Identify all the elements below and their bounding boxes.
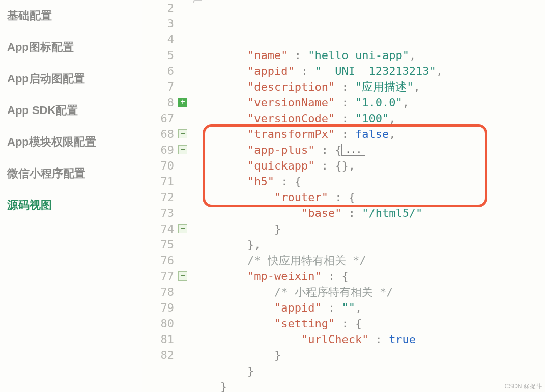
json-key: "appid" bbox=[247, 65, 295, 77]
code-area[interactable]: "name" : "hello uni-app", "appid" : "__U… bbox=[193, 0, 545, 392]
line-number: 5 bbox=[142, 47, 174, 63]
brace: { bbox=[355, 317, 362, 330]
brace: { bbox=[341, 270, 348, 283]
code-line-7[interactable]: "transformPx" : false, bbox=[193, 126, 545, 142]
fold-ellipsis[interactable]: ... bbox=[341, 144, 365, 156]
code-line-68[interactable]: "h5" : { bbox=[193, 174, 545, 189]
brace: } bbox=[220, 380, 227, 392]
json-string: "" bbox=[341, 301, 355, 314]
line-number: 78 bbox=[142, 284, 174, 300]
code-line-3[interactable]: "appid" : "__UNI__123213213", bbox=[193, 63, 545, 79]
json-key: "setting" bbox=[274, 317, 335, 330]
json-boolean: false bbox=[355, 128, 389, 141]
line-number: 3 bbox=[142, 16, 174, 32]
fold-column[interactable]: +−−−− bbox=[178, 0, 193, 392]
fold-collapse-icon[interactable]: − bbox=[178, 129, 187, 138]
watermark: CSDN @捉斗 bbox=[504, 382, 542, 391]
line-number: 72 bbox=[142, 189, 174, 205]
line-number: 82 bbox=[142, 347, 174, 363]
code-line-75[interactable]: /* 小程序特有相关 */ bbox=[193, 284, 545, 300]
json-key: "quickapp" bbox=[247, 159, 314, 172]
line-number: 75 bbox=[142, 237, 174, 253]
line-number: 70 bbox=[142, 158, 174, 174]
code-line-5[interactable]: "versionName" : "1.0.0", bbox=[193, 95, 545, 110]
code-line-80[interactable]: } bbox=[193, 363, 545, 379]
code-line-78[interactable]: "urlCheck" : true bbox=[193, 331, 545, 347]
sidebar-item-5[interactable]: 微信小程序配置 bbox=[6, 158, 136, 189]
sidebar-item-4[interactable]: App模块权限配置 bbox=[6, 126, 136, 158]
code-line-69[interactable]: "router" : { bbox=[193, 189, 545, 205]
brace: {} bbox=[335, 159, 349, 172]
code-line-73[interactable]: /* 快应用特有相关 */ bbox=[193, 253, 545, 268]
json-key: "base" bbox=[301, 207, 341, 219]
gutter: 234567867686970717273747576777879808182 bbox=[142, 0, 178, 392]
code-line-2[interactable]: "name" : "hello uni-app", bbox=[193, 47, 545, 63]
fold-expand-icon[interactable]: + bbox=[178, 98, 187, 107]
comment: /* 小程序特有相关 */ bbox=[274, 286, 393, 298]
sidebar-item-1[interactable]: App图标配置 bbox=[6, 32, 136, 63]
sidebar-item-2[interactable]: App启动图配置 bbox=[6, 63, 136, 95]
fold-collapse-icon[interactable]: − bbox=[178, 224, 187, 233]
sidebar-item-0[interactable]: 基础配置 bbox=[6, 0, 136, 32]
json-string: "1.0.0" bbox=[355, 96, 403, 109]
json-string: "应用描述" bbox=[355, 80, 414, 93]
json-key: "h5" bbox=[247, 175, 274, 188]
fold-collapse-icon[interactable]: − bbox=[178, 271, 187, 281]
code-line-71[interactable]: } bbox=[193, 221, 545, 237]
json-key: "appid" bbox=[274, 301, 322, 314]
line-number: 8 bbox=[142, 95, 174, 110]
json-boolean: true bbox=[389, 333, 416, 346]
code-line-77[interactable]: "setting" : { bbox=[193, 316, 545, 331]
json-string: "__UNI__123213213" bbox=[314, 65, 436, 77]
json-key: "description" bbox=[247, 80, 335, 93]
line-number: 77 bbox=[142, 268, 174, 284]
code-line-79[interactable]: } bbox=[193, 347, 545, 363]
json-key: "name" bbox=[247, 49, 288, 62]
json-key: "mp-weixin" bbox=[247, 270, 322, 283]
json-key: "urlCheck" bbox=[301, 333, 368, 346]
json-string: "100" bbox=[355, 112, 389, 125]
code-editor[interactable]: 234567867686970717273747576777879808182 … bbox=[142, 0, 545, 392]
json-key: "router" bbox=[274, 191, 328, 204]
fold-collapse-icon[interactable]: − bbox=[178, 145, 187, 154]
sidebar-item-6[interactable]: 源码视图 bbox=[6, 189, 136, 221]
code-line-67[interactable]: "quickapp" : {}, bbox=[193, 158, 545, 174]
json-string: "/html5/" bbox=[362, 207, 422, 219]
code-line-8[interactable]: "app-plus" : {... bbox=[193, 142, 545, 158]
brace: { bbox=[349, 191, 355, 204]
code-line-76[interactable]: "appid" : "", bbox=[193, 300, 545, 316]
line-number: 73 bbox=[142, 205, 174, 221]
line-number: 69 bbox=[142, 142, 174, 158]
brace: } bbox=[247, 365, 254, 377]
line-number: 74 bbox=[142, 221, 174, 237]
line-number: 67 bbox=[142, 110, 174, 126]
code-line-81[interactable]: } bbox=[193, 379, 545, 392]
line-number: 4 bbox=[142, 32, 174, 47]
brace: { bbox=[295, 175, 301, 188]
brace: } bbox=[274, 349, 281, 361]
line-number: 80 bbox=[142, 316, 174, 331]
top-edge-mark bbox=[193, 0, 202, 3]
json-key: "app-plus" bbox=[247, 144, 314, 156]
line-number: 81 bbox=[142, 331, 174, 347]
line-number: 79 bbox=[142, 300, 174, 316]
brace: { bbox=[335, 144, 341, 156]
code-line-6[interactable]: "versionCode" : "100", bbox=[193, 110, 545, 126]
sidebar-item-3[interactable]: App SDK配置 bbox=[6, 95, 136, 126]
code-line-70[interactable]: "base" : "/html5/" bbox=[193, 205, 545, 221]
json-key: "versionCode" bbox=[247, 112, 335, 125]
line-number: 71 bbox=[142, 174, 174, 189]
brace: } bbox=[247, 238, 254, 251]
line-number: 2 bbox=[142, 0, 174, 16]
json-string: "hello uni-app" bbox=[308, 49, 409, 62]
code-line-72[interactable]: }, bbox=[193, 237, 545, 253]
line-number: 7 bbox=[142, 79, 174, 95]
code-line-74[interactable]: "mp-weixin" : { bbox=[193, 268, 545, 284]
comment: /* 快应用特有相关 */ bbox=[247, 254, 366, 267]
json-key: "versionName" bbox=[247, 96, 335, 109]
brace: } bbox=[274, 222, 281, 235]
line-number: 76 bbox=[142, 253, 174, 268]
code-line-4[interactable]: "description" : "应用描述", bbox=[193, 79, 545, 95]
json-key: "transformPx" bbox=[247, 128, 335, 141]
line-number: 68 bbox=[142, 126, 174, 142]
